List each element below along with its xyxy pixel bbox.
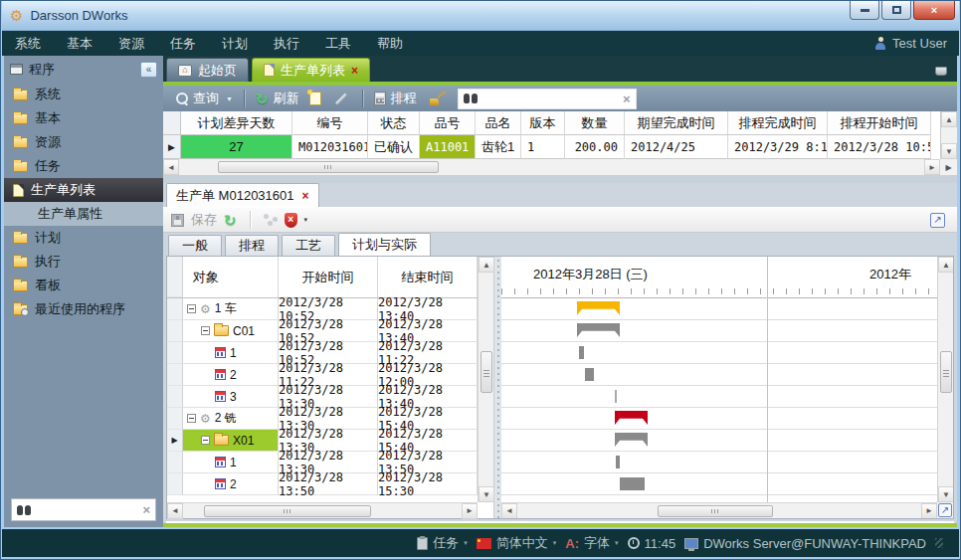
save-button[interactable]: 保存 [191,211,217,229]
maximize-button[interactable] [881,1,911,20]
expander-minus-icon[interactable] [201,436,210,445]
tree-vertical-scrollbar[interactable]: ▲ ▼ [478,257,493,502]
refresh-button[interactable]: ↻ 刷新 [251,88,304,109]
sidebar-item[interactable]: 任务 [4,154,163,178]
tab-inactive[interactable]: ⌂起始页 [166,58,249,82]
scroll-up-button[interactable]: ▲ [941,111,957,127]
status-task-menu[interactable]: 任务 ▾ [417,534,468,552]
menubar-item[interactable]: 帮助 [364,31,416,56]
detail-tab[interactable]: 工艺 [282,235,335,256]
query-button[interactable]: 查询 ▼ [171,88,238,109]
grid-column-header[interactable]: 品名 [476,111,521,135]
close-tab-icon[interactable]: × [302,190,309,202]
menubar-item[interactable]: 执行 [261,31,312,56]
detail-tab[interactable]: 排程 [225,235,279,256]
scroll-right-button[interactable]: ► [924,159,940,175]
tab-active[interactable]: 生产单列表× [252,58,370,82]
pane-splitter[interactable] [494,257,501,518]
grid-column-header[interactable]: 编号 [292,111,368,135]
grid-column-header[interactable]: 排程开始时间 [828,111,931,135]
scroll-left-button[interactable]: ◄ [501,503,517,519]
scroll-up-button[interactable]: ▲ [479,257,494,273]
refresh-icon[interactable]: ↻ [224,213,237,228]
scrollbar-thumb[interactable] [940,351,952,393]
tree-object-cell[interactable]: X01 [183,430,279,452]
gantt-row[interactable] [501,386,937,408]
scrollbar-thumb[interactable] [480,351,492,393]
detail-tab[interactable]: 计划与实际 [338,233,431,256]
gantt-row[interactable] [501,298,937,320]
status-font-menu[interactable]: A: 字体 ▾ [565,534,618,552]
tree-object-cell[interactable]: 2 [183,473,279,495]
tree-object-cell[interactable]: 2 [183,364,279,386]
sidebar-collapse-button[interactable]: « [140,62,157,78]
grid-column-header[interactable]: 数量 [565,111,625,135]
scroll-down-button[interactable]: ▼ [938,486,953,502]
sidebar-item[interactable]: 生产单属性 [4,202,163,226]
scroll-right-button[interactable]: ► [462,503,478,519]
menubar-item[interactable]: 资源 [105,31,157,56]
gantt-bar[interactable] [579,346,584,359]
tree-object-cell[interactable]: ⚙1 车 [183,298,279,320]
tree-object-cell[interactable]: 1 [183,452,279,473]
scrollbar-thumb[interactable] [658,505,773,517]
status-language-menu[interactable]: 简体中文 ▾ [477,534,557,552]
menubar-item[interactable]: 任务 [157,31,209,56]
scroll-right-button[interactable]: ► [921,503,937,519]
gantt-row[interactable] [501,473,937,495]
clear-search-icon[interactable]: × [623,93,631,105]
expander-minus-icon[interactable] [187,304,196,313]
sidebar-item[interactable]: 计划 [4,226,163,250]
sidebar-item[interactable]: 生产单列表 [4,178,163,202]
tree-object-cell[interactable]: 3 [183,386,279,408]
sidebar-item[interactable]: 基本 [4,106,163,130]
scrollbar-thumb[interactable] [204,505,371,517]
tree-column-header[interactable]: 结束时间 [378,257,478,297]
menubar-item[interactable]: 系统 [2,31,54,56]
detail-tab[interactable]: 一般 [168,235,222,256]
table-row[interactable]: ▶27M012031601已确认A11001齿轮11200.002012/4/2… [163,135,957,159]
sidebar-item[interactable]: 最近使用的程序 [4,297,163,321]
grid-horizontal-scrollbar[interactable]: ◄ ► [163,159,940,175]
expander-minus-icon[interactable] [201,326,210,335]
schedule-button[interactable]: 排程 [369,88,422,109]
gantt-vertical-scrollbar[interactable]: ▲ ▼ [937,257,953,502]
scroll-down-button[interactable]: ▼ [941,143,957,159]
gantt-bar[interactable] [577,323,620,337]
scroll-up-button[interactable]: ▲ [938,257,953,273]
gantt-bar[interactable] [620,477,645,490]
gantt-bar[interactable] [577,301,620,315]
popout-icon[interactable]: ↗ [930,213,945,228]
grid-column-header[interactable]: 计划差异天数 [181,111,292,135]
grid-column-header[interactable]: 状态 [368,111,420,135]
order-document-tab[interactable]: 生产单 M012031601 × [166,183,319,207]
gantt-row[interactable] [501,452,937,473]
grid-column-header[interactable]: 品号 [420,111,476,135]
close-tab-icon[interactable]: × [351,65,358,77]
scroll-left-button[interactable]: ◄ [167,503,183,519]
tree-horizontal-scrollbar[interactable]: ◄ ► [167,502,478,518]
pin-icon[interactable] [935,67,947,76]
grid-vertical-scrollbar[interactable]: ▲ ▼ [940,111,957,159]
grid-column-header[interactable]: 排程完成时间 [728,111,828,135]
edit-button[interactable] [326,88,356,109]
scroll-down-button[interactable]: ▼ [479,486,494,502]
tree-column-header[interactable]: 对象 [183,257,279,297]
tree-object-cell[interactable]: C01 [183,320,279,342]
gantt-row[interactable] [501,408,937,430]
grid-column-header[interactable]: 期望完成时间 [625,111,728,135]
menubar-item[interactable]: 计划 [209,31,261,56]
clean-button[interactable] [422,88,454,109]
gantt-bar[interactable] [585,368,594,381]
minimize-button[interactable] [850,1,879,20]
menubar-item[interactable]: 工具 [312,31,364,56]
tree-row[interactable]: 22012/3/28 13:502012/3/28 15:30 [167,473,493,495]
menubar-item[interactable]: 基本 [54,31,105,56]
chevron-down-icon[interactable]: ▾ [304,216,308,224]
gantt-bar[interactable] [615,411,648,425]
expander-minus-icon[interactable] [187,414,196,423]
gantt-row[interactable] [501,364,937,386]
grid-column-header[interactable]: 版本 [521,111,565,135]
gantt-bar[interactable] [615,433,648,447]
clear-search-icon[interactable]: × [142,503,150,516]
